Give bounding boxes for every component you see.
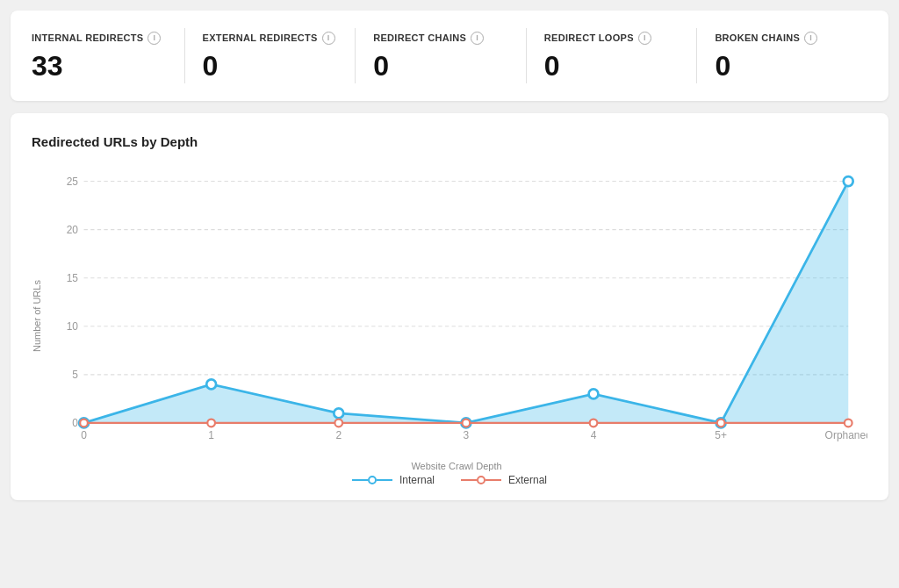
svg-point-30: [334, 419, 342, 427]
svg-text:2: 2: [335, 429, 342, 441]
svg-point-25: [589, 389, 599, 398]
stat-value-internal-redirects: 33: [32, 52, 167, 80]
legend-internal-line: [352, 476, 392, 484]
info-icon-redirect-loops[interactable]: i: [638, 32, 651, 45]
legend-external-line-left: [461, 479, 477, 481]
legend-internal: Internal: [352, 474, 435, 486]
info-icon-redirect-chains[interactable]: i: [471, 32, 484, 45]
svg-text:1: 1: [208, 429, 214, 441]
stat-item-redirect-loops: REDIRECT LOOPS i0: [544, 28, 698, 83]
svg-point-31: [463, 419, 471, 427]
svg-point-32: [590, 419, 598, 427]
stat-item-broken-chains: BROKEN CHAINS i0: [715, 28, 867, 83]
stats-card: INTERNAL REDIRECTS i33EXTERNAL REDIRECTS…: [11, 11, 888, 101]
stat-value-broken-chains: 0: [715, 52, 850, 80]
legend-internal-line-left: [352, 479, 368, 481]
svg-text:0: 0: [81, 429, 87, 441]
svg-text:5: 5: [72, 369, 78, 381]
svg-text:0: 0: [72, 417, 78, 429]
svg-text:25: 25: [67, 176, 79, 188]
info-icon-internal-redirects[interactable]: i: [147, 32, 161, 45]
svg-point-28: [80, 419, 88, 427]
svg-text:3: 3: [464, 429, 470, 441]
chart-card: Redirected URLs by Depth Number of URLs …: [11, 113, 888, 500]
legend-internal-line-right: [377, 479, 392, 481]
svg-text:10: 10: [67, 320, 79, 333]
svg-point-22: [206, 379, 216, 389]
x-axis-label: Website Crawl Depth: [46, 461, 867, 475]
stat-value-external-redirects: 0: [203, 52, 338, 80]
stat-value-redirect-chains: 0: [373, 52, 508, 80]
chart-legend: Internal External: [32, 474, 867, 486]
legend-external-line-right: [485, 479, 501, 481]
stat-item-external-redirects: EXTERNAL REDIRECTS i0: [203, 28, 356, 83]
stat-item-redirect-chains: REDIRECT CHAINS i0: [373, 28, 527, 83]
svg-text:5+: 5+: [715, 429, 727, 441]
svg-point-29: [207, 419, 215, 427]
svg-text:15: 15: [67, 272, 79, 284]
chart-svg-container: 0510152025012345+Orphaned: [46, 167, 867, 457]
legend-external-label: External: [508, 474, 547, 486]
svg-text:20: 20: [67, 224, 79, 236]
svg-point-34: [845, 419, 852, 427]
stat-label-internal-redirects: INTERNAL REDIRECTS i: [32, 32, 167, 45]
chart-area: 0510152025012345+Orphaned Website Crawl …: [46, 167, 867, 465]
stat-item-internal-redirects: INTERNAL REDIRECTS i33: [32, 28, 185, 83]
svg-text:Orphaned: Orphaned: [825, 429, 867, 441]
stat-label-redirect-loops: REDIRECT LOOPS i: [544, 32, 680, 45]
info-icon-broken-chains[interactable]: i: [804, 32, 817, 45]
stat-label-broken-chains: BROKEN CHAINS i: [715, 32, 850, 45]
chart-title: Redirected URLs by Depth: [32, 134, 867, 149]
y-axis-label: Number of URLs: [32, 167, 42, 465]
stat-label-redirect-chains: REDIRECT CHAINS i: [373, 32, 508, 45]
legend-internal-label: Internal: [399, 474, 435, 486]
info-icon-external-redirects[interactable]: i: [322, 32, 335, 45]
svg-marker-20: [84, 182, 849, 423]
stat-label-external-redirects: EXTERNAL REDIRECTS i: [203, 32, 338, 45]
legend-external-dot: [477, 476, 485, 484]
legend-internal-dot: [368, 476, 377, 484]
stat-value-redirect-loops: 0: [544, 52, 680, 80]
svg-text:4: 4: [591, 429, 597, 441]
svg-point-33: [717, 419, 725, 427]
svg-point-27: [844, 176, 853, 186]
svg-point-23: [334, 408, 343, 418]
legend-external: External: [461, 474, 547, 486]
legend-external-line: [461, 476, 501, 484]
